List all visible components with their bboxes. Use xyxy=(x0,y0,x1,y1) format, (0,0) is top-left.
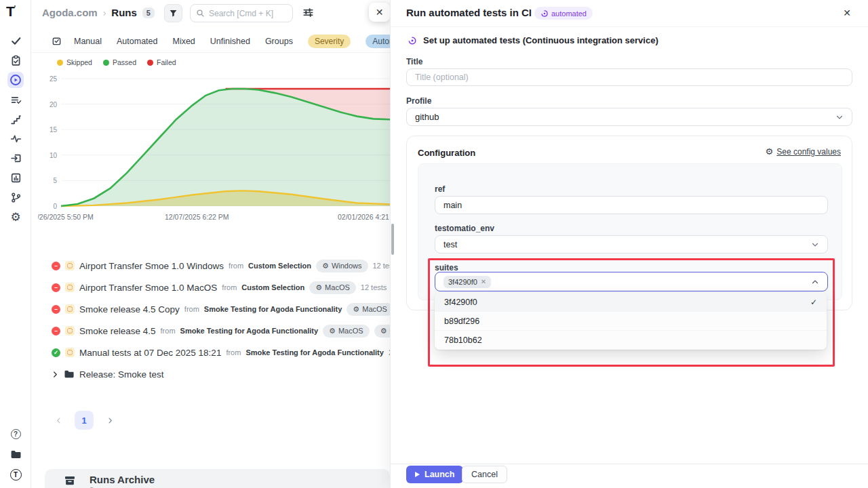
env-label: testomatio_env xyxy=(435,224,494,233)
chevron-up-icon xyxy=(811,278,819,286)
check-icon: ✓ xyxy=(810,298,817,307)
title-input-wrap xyxy=(406,68,852,86)
tests-check-icon[interactable] xyxy=(7,33,24,49)
settings-gear-icon[interactable]: ⚙ xyxy=(7,209,24,225)
run-title[interactable]: Airport Transfer Smoe 1.0 MacOS xyxy=(79,283,217,293)
search-input[interactable] xyxy=(209,9,283,18)
tab-pill-severity[interactable]: Severity xyxy=(308,35,351,48)
failed-status-icon: – xyxy=(52,305,60,314)
run-row[interactable]: –Airport Transfer Smoe 1.0 WindowsfromCu… xyxy=(31,255,390,277)
suites-option-78b10b62[interactable]: 78b10b62 xyxy=(435,331,827,350)
env-chip-macos: ⚙MacOS xyxy=(323,325,370,338)
launch-button[interactable]: Launch xyxy=(406,466,463,483)
env-chip-macos: ⚙MacOS xyxy=(309,281,356,294)
ytick-25: 25 xyxy=(39,75,57,83)
run-title[interactable]: Airport Transfer Smoe 1.0 Windows xyxy=(79,261,224,271)
milestones-stairs-icon[interactable] xyxy=(7,111,24,127)
help-icon[interactable]: ? xyxy=(7,426,24,442)
tab-manual[interactable]: Manual xyxy=(74,37,102,46)
tab-pill-automatable[interactable]: Automatable xyxy=(366,35,390,48)
select-all-icon[interactable] xyxy=(52,36,62,46)
suite-tag: 3f4290f0 ✕ xyxy=(443,276,491,288)
drawer-close-button[interactable]: ✕ xyxy=(369,3,390,22)
legend-failed: Failed xyxy=(147,58,176,66)
run-source: Custom Selection xyxy=(248,262,311,270)
automated-swirl-icon xyxy=(540,9,549,18)
profile-label: Profile xyxy=(406,96,431,106)
plans-list-icon[interactable] xyxy=(7,92,24,108)
runs-archive-bar[interactable]: Runs Archive 8 runs xyxy=(45,469,390,488)
autorun-spinner-icon xyxy=(65,348,75,357)
run-row[interactable]: –Smoke release 4.5 CopyfromSmoke Testing… xyxy=(31,298,390,320)
ytick-0: 0 xyxy=(39,203,57,210)
ytick-5: 5 xyxy=(39,177,57,184)
panel-close-button[interactable]: ✕ xyxy=(840,6,854,20)
ref-label: ref xyxy=(435,184,445,194)
tab-automated[interactable]: Automated xyxy=(117,37,157,46)
run-title[interactable]: Manual tests at 07 Dec 2025 18:21 xyxy=(79,348,221,358)
app-logo-icon[interactable]: T' xyxy=(6,3,15,20)
runs-tabs: ManualAutomatedMixedUnfinishedGroupsSeve… xyxy=(31,30,390,53)
panel-title: Run automated tests in CI xyxy=(406,7,532,18)
run-source: Smoke Testing for Agoda Functionality xyxy=(245,348,384,357)
prev-page-button[interactable] xyxy=(52,411,65,430)
legend-passed: Passed xyxy=(103,58,136,66)
account-avatar[interactable]: T xyxy=(7,466,24,483)
ytick-15: 15 xyxy=(39,126,57,134)
autorun-spinner-icon xyxy=(65,261,75,270)
play-icon xyxy=(415,472,420,477)
suites-option-3f4290f0[interactable]: 3f4290f0✓ xyxy=(435,293,827,312)
run-tests-count: 12 tests xyxy=(373,262,391,270)
group-row-release[interactable]: Release: Smoke test xyxy=(31,363,390,385)
run-source: Smoke Testing for Agoda Functionality xyxy=(204,305,342,313)
suites-clipboard-icon[interactable] xyxy=(7,52,24,68)
suites-option-b89df296[interactable]: b89df296 xyxy=(435,312,827,331)
run-row[interactable]: –Airport Transfer Smoe 1.0 MacOSfromCust… xyxy=(31,277,390,298)
expand-chevron-icon[interactable] xyxy=(52,371,59,378)
profile-select[interactable]: github xyxy=(406,108,852,126)
failed-status-icon: – xyxy=(52,262,60,270)
current-page-button[interactable]: 1 xyxy=(75,411,94,430)
pagination: 1 xyxy=(52,411,117,430)
breadcrumb-project[interactable]: Agoda.com xyxy=(42,7,98,18)
panel-scrollbar[interactable] xyxy=(391,224,394,255)
tab-mixed[interactable]: Mixed xyxy=(172,37,195,46)
branch-icon[interactable] xyxy=(7,189,24,205)
suites-dropdown: 3f4290f0✓b89df29678b10b62 xyxy=(435,293,827,350)
failed-status-icon: – xyxy=(52,327,60,336)
remove-tag-icon[interactable]: ✕ xyxy=(481,278,486,285)
projects-folder-icon[interactable] xyxy=(7,446,24,462)
footer-divider xyxy=(391,464,868,464)
title-input[interactable] xyxy=(415,73,844,82)
env-select[interactable]: test xyxy=(435,235,828,253)
run-row[interactable]: ✓Manual tests at 07 Dec 2025 18:21fromSm… xyxy=(31,342,390,363)
tab-unfinished[interactable]: Unfinished xyxy=(210,37,250,46)
reports-chart-icon[interactable] xyxy=(7,169,24,186)
run-row[interactable]: –Smoke release 4.5fromSmoke Testing for … xyxy=(31,320,390,342)
profile-value: github xyxy=(415,112,439,122)
run-title[interactable]: Smoke release 4.5 Copy xyxy=(79,304,180,314)
xtick-2: 02/01/2026 4:21 PM xyxy=(338,213,390,221)
next-page-button[interactable] xyxy=(103,411,117,430)
funnel-icon xyxy=(169,9,178,18)
see-config-values-link[interactable]: ⚙ See config values xyxy=(766,146,841,157)
filter-button[interactable] xyxy=(164,4,182,22)
ref-input[interactable]: main xyxy=(435,196,828,214)
view-settings-button[interactable] xyxy=(302,7,315,19)
import-box-icon[interactable] xyxy=(7,150,24,166)
cancel-button[interactable]: Cancel xyxy=(462,466,507,483)
analytics-pulse-icon[interactable] xyxy=(7,130,24,146)
breadcrumb-section[interactable]: Runs xyxy=(111,7,137,18)
ytick-10: 10 xyxy=(39,152,57,159)
main-content: Agoda.com › Runs 5 ✕ ManualAutomatedMixe… xyxy=(31,0,390,488)
run-ci-drawer: Run automated tests in CI automated ✕ Se… xyxy=(390,0,868,488)
breadcrumb-separator-icon: › xyxy=(103,7,106,18)
configuration-fields: ref main testomatio_env test suites 3f42… xyxy=(418,163,842,300)
run-from-label: from xyxy=(184,305,199,313)
suites-multiselect[interactable]: 3f4290f0 ✕ xyxy=(435,272,828,291)
tab-groups[interactable]: Groups xyxy=(265,37,293,46)
autorun-spinner-icon xyxy=(65,283,75,292)
run-title[interactable]: Smoke release 4.5 xyxy=(79,326,156,336)
search-box[interactable] xyxy=(190,4,293,22)
runs-play-icon[interactable] xyxy=(7,72,24,88)
